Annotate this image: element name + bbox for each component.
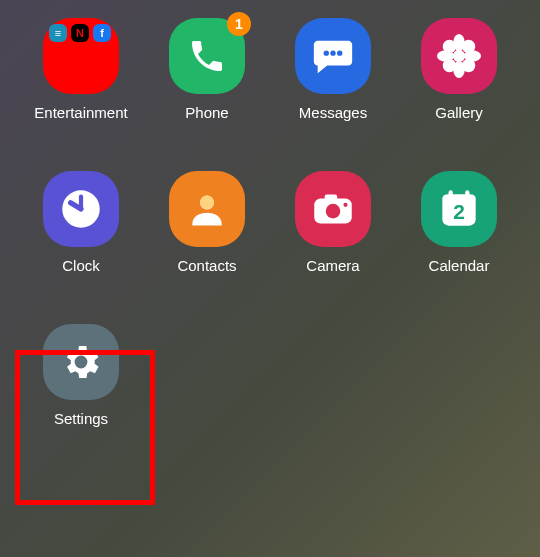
- clock-app[interactable]: Clock: [28, 171, 134, 274]
- messages-label: Messages: [299, 104, 367, 121]
- svg-point-18: [343, 203, 347, 207]
- entertainment-icon: ≡ N f: [43, 18, 119, 94]
- mini-app-3: f: [93, 24, 111, 42]
- settings-app[interactable]: Settings: [28, 324, 134, 427]
- contacts-label: Contacts: [177, 257, 236, 274]
- calendar-icon: 2: [421, 171, 497, 247]
- settings-icon: [43, 324, 119, 400]
- gallery-label: Gallery: [435, 104, 483, 121]
- clock-label: Clock: [62, 257, 100, 274]
- svg-rect-21: [449, 190, 453, 198]
- svg-point-14: [200, 196, 214, 210]
- calendar-app[interactable]: 2 Calendar: [406, 171, 512, 274]
- phone-badge: 1: [227, 12, 251, 36]
- phone-app[interactable]: 1 Phone: [154, 18, 260, 121]
- gallery-icon: [421, 18, 497, 94]
- svg-point-0: [324, 50, 329, 55]
- camera-icon: [295, 171, 371, 247]
- svg-rect-22: [465, 190, 469, 198]
- messages-app[interactable]: Messages: [280, 18, 386, 121]
- app-grid: ≡ N f Entertainment 1 Phone Messages Gal…: [0, 0, 540, 445]
- calendar-label: Calendar: [429, 257, 490, 274]
- entertainment-label: Entertainment: [34, 104, 127, 121]
- camera-label: Camera: [306, 257, 359, 274]
- camera-app[interactable]: Camera: [280, 171, 386, 274]
- svg-rect-16: [325, 194, 338, 200]
- messages-icon: [295, 18, 371, 94]
- phone-label: Phone: [185, 104, 228, 121]
- phone-icon: 1: [169, 18, 245, 94]
- svg-point-2: [337, 50, 342, 55]
- settings-label: Settings: [54, 410, 108, 427]
- mini-app-1: ≡: [49, 24, 67, 42]
- contacts-app[interactable]: Contacts: [154, 171, 260, 274]
- svg-point-17: [326, 204, 341, 219]
- contacts-icon: [169, 171, 245, 247]
- svg-text:2: 2: [453, 200, 465, 223]
- clock-icon: [43, 171, 119, 247]
- entertainment-folder[interactable]: ≡ N f Entertainment: [28, 18, 134, 121]
- svg-point-3: [453, 50, 465, 62]
- folder-preview: ≡ N f: [49, 24, 111, 42]
- mini-app-2: N: [71, 24, 89, 42]
- gallery-app[interactable]: Gallery: [406, 18, 512, 121]
- svg-point-1: [330, 50, 335, 55]
